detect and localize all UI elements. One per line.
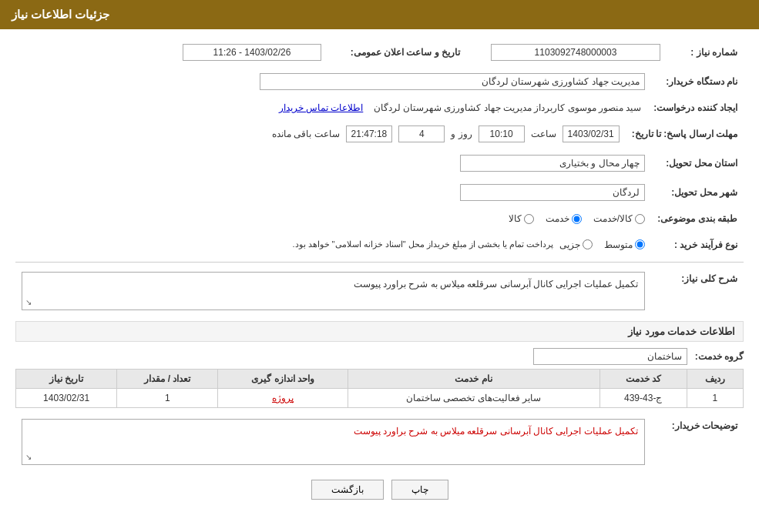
creator-contact-link[interactable]: اطلاعات تماس خریدار	[279, 102, 364, 113]
purchase-type-juzyi[interactable]: جزیی	[559, 239, 593, 250]
cell-need-date: 1403/02/31	[16, 389, 117, 408]
category-kala[interactable]: کالا	[509, 213, 534, 224]
purchase-type-mutawasit-radio[interactable]	[635, 239, 645, 249]
col-row-num: ردیف	[687, 370, 743, 389]
resize-icon-2: ↘	[25, 453, 32, 461]
province-label: استان محل تحویل:	[651, 152, 744, 175]
need-number-label: شماره نیاز :	[667, 41, 744, 64]
city-value: لردگان	[460, 184, 645, 201]
category-khidmat-radio[interactable]	[572, 214, 582, 224]
page-header: جزئیات اطلاعات نیاز	[0, 0, 759, 29]
category-kala-khidmat[interactable]: کالا/خدمت	[593, 213, 645, 224]
bottom-buttons: بازگشت چاپ	[15, 480, 744, 500]
col-service-code: کد خدمت	[599, 370, 687, 389]
col-quantity: تعداد / مقدار	[117, 370, 218, 389]
services-section-title: اطلاعات خدمات مورد نیاز	[15, 321, 744, 342]
back-button[interactable]: بازگشت	[311, 480, 384, 500]
col-service-name: نام خدمت	[348, 370, 599, 389]
send-deadline-label: مهلت ارسال پاسخ: تا تاریخ:	[626, 122, 744, 146]
resize-icon: ↘	[25, 298, 32, 306]
deadline-remaining: 21:47:18	[346, 125, 393, 142]
purchase-type-label: نوع فرآیند خرید :	[651, 233, 744, 256]
need-description-box: تکمیل عملیات اجرایی کانال آبرسانی سرقلعه…	[22, 272, 645, 310]
col-unit: واحد اندازه گیری	[218, 370, 348, 389]
print-button[interactable]: چاپ	[391, 480, 448, 500]
purchase-note: پرداخت تمام یا بخشی از مبلغ خریداز محل "…	[292, 239, 553, 249]
col-need-date: تاریخ نیاز	[16, 370, 117, 389]
buyer-description-value: تکمیل عملیات اجرایی کانال آبرسانی سرقلعه…	[354, 426, 638, 437]
deadline-date: 1403/02/31	[563, 125, 620, 142]
services-table: ردیف کد خدمت نام خدمت واحد اندازه گیری ت…	[15, 369, 744, 408]
cell-row-num: 1	[687, 389, 743, 408]
cell-quantity: 1	[117, 389, 218, 408]
service-group-value: ساختمان	[533, 348, 687, 365]
need-number-value: 1103092748000003	[491, 44, 660, 61]
category-label: طبقه بندی موضوعی:	[651, 210, 744, 227]
cell-unit[interactable]: پروژه	[218, 389, 348, 408]
creator-value: سید منصور موسوی کاربرداز مدیریت جهاد کشا…	[374, 102, 642, 113]
buyer-org-value: مدیریت جهاد کشاورزی شهرستان لردگان	[260, 73, 645, 90]
announce-value: 1403/02/26 - 11:26	[183, 44, 321, 61]
creator-label: ایجاد کننده درخواست:	[647, 99, 744, 116]
category-kala-radio[interactable]	[524, 214, 534, 224]
deadline-days: 4	[398, 125, 445, 142]
table-row: 1 ج-43-439 سایر فعالیت‌های تخصصی ساختمان…	[16, 389, 744, 408]
cell-service-name: سایر فعالیت‌های تخصصی ساختمان	[348, 389, 599, 408]
need-description-value: تکمیل عملیات اجرایی کانال آبرسانی سرقلعه…	[354, 279, 638, 289]
announce-label: تاریخ و ساعت اعلان عمومی:	[327, 41, 466, 64]
purchase-type-juzyi-radio[interactable]	[583, 239, 593, 249]
buyer-description-label: توضیحات خریدار:	[651, 416, 744, 468]
province-value: چهار محال و بختیاری	[460, 155, 645, 172]
buyer-description-box: تکمیل عملیات اجرایی کانال آبرسانی سرقلعه…	[22, 419, 645, 465]
purchase-type-mutawasit[interactable]: متوسط	[604, 239, 645, 250]
city-label: شهر محل تحویل:	[651, 181, 744, 204]
need-description-label: شرح کلی نیاز:	[651, 269, 744, 313]
buyer-org-label: نام دستگاه خریدار:	[651, 70, 744, 93]
deadline-days-label: روز و	[451, 129, 472, 139]
cell-service-code: ج-43-439	[599, 389, 687, 408]
category-kala-khidmat-radio[interactable]	[635, 214, 645, 224]
deadline-remaining-label: ساعت باقی مانده	[272, 129, 340, 139]
service-group-row: گروه خدمت: ساختمان	[15, 348, 744, 365]
deadline-time: 10:10	[479, 125, 525, 142]
deadline-time-label: ساعت	[531, 129, 556, 139]
category-khidmat[interactable]: خدمت	[546, 213, 582, 224]
service-group-label: گروه خدمت:	[695, 351, 744, 362]
page-title: جزئیات اطلاعات نیاز	[12, 8, 109, 21]
